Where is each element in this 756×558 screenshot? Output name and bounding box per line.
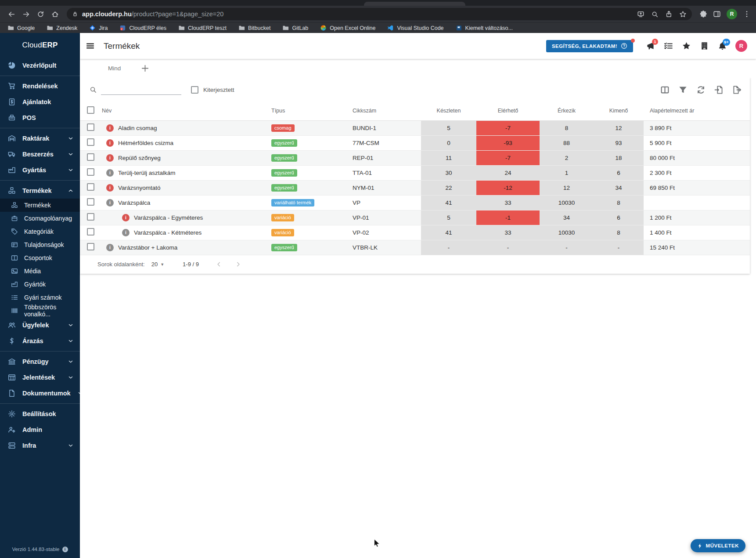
notifications-bell-icon[interactable]: 9+ xyxy=(716,40,728,52)
side-panel-icon[interactable] xyxy=(713,10,721,18)
columns-icon[interactable] xyxy=(660,85,670,94)
product-name[interactable]: Hétmérföldes csizma xyxy=(118,140,173,146)
table-row-terulj-terulj-asztalkam[interactable]: iTerülj-terülj asztalkámegyszerűTTA-0130… xyxy=(80,165,750,180)
bookmark-clouderp-teszt[interactable]: CloudERP teszt xyxy=(178,25,227,31)
product-name[interactable]: Varázstábor + Lakoma xyxy=(118,244,177,251)
sidebar-item-beszerzes[interactable]: Beszerzés xyxy=(0,146,80,162)
row-checkbox[interactable] xyxy=(87,138,94,146)
sidebar-item-kategoriak[interactable]: Kategóriák xyxy=(0,225,80,238)
row-checkbox[interactable] xyxy=(87,183,94,191)
address-bar[interactable]: app.clouderp.hu/product?page=1&page_size… xyxy=(67,8,692,20)
install-app-icon[interactable] xyxy=(637,11,644,18)
zoom-icon[interactable] xyxy=(651,11,659,18)
sidebar-item-jelentesek[interactable]: Jelentések xyxy=(0,370,80,385)
bookmark-visual-studio-code[interactable]: Visual Studio Code xyxy=(387,25,443,31)
info-icon[interactable]: i xyxy=(62,547,68,552)
sidebar-item-pos[interactable]: POS xyxy=(0,110,80,126)
prev-page-button[interactable] xyxy=(216,259,227,270)
product-name[interactable]: Varázspálca xyxy=(118,199,150,206)
row-checkbox[interactable] xyxy=(87,123,94,131)
column-header-sku[interactable]: Cikkszám xyxy=(348,101,421,120)
sidebar-item-tulajdonsagok[interactable]: Tulajdonságok xyxy=(0,238,80,251)
product-name[interactable]: Varázspálca - Egyméteres xyxy=(134,214,203,221)
bookmark-open-excel-online[interactable]: Open Excel Online xyxy=(320,25,375,31)
product-name[interactable]: Varázsnyomtató xyxy=(118,185,161,191)
sidebar-item-ajanlatok[interactable]: Ajánlatok xyxy=(0,94,80,110)
bookmark-kiemelt-valtozaso[interactable]: Kiemelt változáso... xyxy=(456,25,513,31)
info-icon[interactable]: i xyxy=(106,244,114,251)
sidebar-item-admin[interactable]: Admin xyxy=(0,422,80,438)
table-row-varazspalca-ketmeteres[interactable]: iVarázspálca - KétméteresvariációVP-0241… xyxy=(80,225,750,240)
sidebar-item-csoportok[interactable]: Csoportok xyxy=(0,251,80,265)
column-header-stock[interactable]: Készleten xyxy=(421,101,476,120)
row-checkbox[interactable] xyxy=(87,228,94,236)
tab-mind[interactable]: Mind xyxy=(108,65,121,72)
sidebar-item-dokumentumok[interactable]: Dokumentumok xyxy=(0,385,80,401)
help-button[interactable]: SEGÍTSÉG, ELAKADTAM! xyxy=(546,40,633,52)
favorites-star-icon[interactable] xyxy=(680,40,692,52)
info-icon[interactable]: i xyxy=(122,229,130,236)
sidebar-item-beallitasok[interactable]: Beállítások xyxy=(0,406,80,422)
sidebar-item-gyartas[interactable]: Gyártás xyxy=(0,162,80,178)
sidebar-item-csomagoloanyag[interactable]: Csomagolóanyag xyxy=(0,212,80,225)
sidebar-item-penzugy[interactable]: Pénzügy xyxy=(0,354,80,370)
reload-button[interactable] xyxy=(34,8,47,20)
product-name[interactable]: Terülj-terülj asztalkám xyxy=(118,170,176,176)
import-icon[interactable] xyxy=(714,85,724,94)
forward-button[interactable] xyxy=(20,8,32,20)
browser-active-tab[interactable] xyxy=(364,2,465,6)
table-row-varazspalca[interactable]: iVarázspálcavariálható termékVP413310030… xyxy=(80,195,750,210)
sidebar-item-gyartok[interactable]: Gyártók xyxy=(0,278,80,291)
extended-checkbox[interactable]: Kiterjesztett xyxy=(191,86,234,94)
sidebar-item-termekek[interactable]: Termékek xyxy=(0,199,80,212)
user-avatar[interactable]: R xyxy=(735,40,747,52)
rows-per-page-select[interactable]: 20▼ xyxy=(151,261,164,268)
column-header-outgoing[interactable]: Kimenő xyxy=(594,101,644,120)
app-logo[interactable]: CloudERP xyxy=(0,33,80,58)
bookmark-gitlab[interactable]: GitLab xyxy=(282,25,308,31)
bookmark-bitbucket[interactable]: Bitbucket xyxy=(238,25,270,31)
extensions-icon[interactable] xyxy=(699,10,707,18)
filter-icon[interactable] xyxy=(678,85,688,94)
info-icon[interactable]: i xyxy=(106,124,114,132)
info-icon[interactable]: i xyxy=(106,184,114,192)
bookmark-google[interactable]: Google xyxy=(7,25,35,31)
row-checkbox[interactable] xyxy=(87,213,94,221)
column-header-price[interactable]: Alapértelmezett ár xyxy=(644,101,750,120)
row-checkbox[interactable] xyxy=(87,168,94,176)
column-header-name[interactable]: Név xyxy=(102,101,265,120)
tasks-icon[interactable] xyxy=(662,40,674,52)
menu-toggle-button[interactable] xyxy=(86,40,97,52)
browser-profile-avatar[interactable]: R xyxy=(727,9,737,19)
sidebar-item-ugyfelek[interactable]: Ügyfelek xyxy=(0,317,80,333)
sidebar-item-vezerlopult[interactable]: Vezérlőpult xyxy=(0,58,80,73)
info-icon[interactable]: i xyxy=(106,154,114,162)
share-icon[interactable] xyxy=(665,11,673,18)
sidebar-item-infra[interactable]: Infra xyxy=(0,438,80,453)
table-row-hetmerfoldes-csizma[interactable]: iHétmérföldes csizmaegyszerű77M-CSM0-938… xyxy=(80,135,750,150)
back-button[interactable] xyxy=(5,8,18,20)
table-row-aladin-csomag[interactable]: iAladin csomagcsomagBUNDI-15-78123 890 F… xyxy=(80,120,750,135)
column-header-incoming[interactable]: Érkezik xyxy=(540,101,594,120)
sidebar-item-media[interactable]: Média xyxy=(0,265,80,278)
sidebar-item-termekek[interactable]: Termékek xyxy=(0,183,80,199)
info-icon[interactable]: i xyxy=(106,199,114,207)
table-row-varazsnyomtato[interactable]: iVarázsnyomtatóegyszerűNYM-0122-12123469… xyxy=(80,180,750,195)
sidebar-item-arazas[interactable]: Árazás xyxy=(0,333,80,349)
checkbox-box[interactable] xyxy=(191,86,198,94)
bookmark-zendesk[interactable]: Zendesk xyxy=(47,25,77,31)
bookmark-jira[interactable]: Jira xyxy=(89,25,108,31)
info-icon[interactable]: i xyxy=(106,169,114,177)
bookmark-clouderp-eles[interactable]: CloudERP éles xyxy=(119,25,166,31)
next-page-button[interactable] xyxy=(235,259,246,270)
row-checkbox[interactable] xyxy=(87,243,94,250)
product-name[interactable]: Aladin csomag xyxy=(118,125,157,131)
home-button[interactable] xyxy=(49,8,61,20)
sidebar-item-gyari-szamok[interactable]: Gyári számok xyxy=(0,291,80,304)
row-checkbox[interactable] xyxy=(87,198,94,206)
table-row-repulo-szonyeg[interactable]: iRepülő szőnyegegyszerűREP-0111-721880 0… xyxy=(80,150,750,165)
menu-dots-icon[interactable] xyxy=(743,10,751,18)
table-row-varazstabor-lakoma[interactable]: iVarázstábor + LakomaegyszerűVTBR-LK----… xyxy=(80,240,750,255)
search-input[interactable] xyxy=(101,84,181,95)
export-icon[interactable] xyxy=(732,85,742,94)
